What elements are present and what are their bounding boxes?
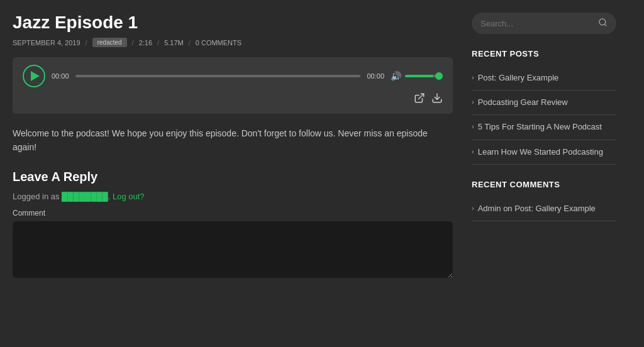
comment-label: Comment bbox=[13, 209, 453, 218]
volume-icon: 🔊 bbox=[391, 71, 401, 81]
separator-3: / bbox=[157, 39, 159, 47]
svg-line-3 bbox=[604, 24, 606, 26]
post-link: Learn How We Started Podcasting bbox=[478, 146, 603, 158]
volume-bar[interactable] bbox=[405, 75, 443, 77]
main-content: Jazz Episode 1 SEPTEMBER 4, 2019 / redac… bbox=[13, 13, 453, 280]
reply-section: Leave A Reply Logged in as ████████. Log… bbox=[13, 170, 453, 280]
volume-fill bbox=[405, 75, 433, 77]
post-link: 5 Tips For Starting A New Podcast bbox=[478, 121, 602, 133]
search-icon bbox=[598, 18, 608, 29]
search-box[interactable] bbox=[472, 13, 616, 34]
post-link: Podcasting Gear Review bbox=[478, 97, 568, 108]
list-item[interactable]: › Admin on Post: Gallery Example bbox=[472, 197, 616, 221]
separator-1: / bbox=[86, 39, 87, 47]
post-link: Post: Gallery Example bbox=[478, 72, 559, 84]
logged-in-username: ████████ bbox=[62, 192, 108, 201]
download-button[interactable] bbox=[431, 92, 443, 106]
logged-in-text: Logged in as ████████. Log out? bbox=[13, 192, 453, 201]
chevron-icon: › bbox=[472, 74, 474, 81]
list-item[interactable]: › 5 Tips For Starting A New Podcast bbox=[472, 115, 616, 140]
chevron-icon: › bbox=[472, 123, 474, 130]
time-end: 00:00 bbox=[367, 72, 384, 80]
comment-textarea[interactable] bbox=[13, 221, 453, 278]
logout-link[interactable]: Log out? bbox=[113, 192, 145, 201]
search-input[interactable] bbox=[480, 19, 598, 28]
episode-title: Jazz Episode 1 bbox=[13, 13, 453, 33]
audio-player: 00:00 00:00 🔊 bbox=[13, 57, 453, 114]
logged-in-prefix: Logged in as bbox=[13, 192, 59, 201]
list-item[interactable]: › Post: Gallery Example bbox=[472, 66, 616, 91]
svg-line-0 bbox=[419, 94, 424, 99]
reply-heading: Leave A Reply bbox=[13, 170, 453, 184]
meta-bar: SEPTEMBER 4, 2019 / redacted / 2:16 / 5.… bbox=[13, 38, 453, 47]
separator-4: / bbox=[189, 39, 191, 47]
recent-posts-list: › Post: Gallery Example › Podcasting Gea… bbox=[472, 66, 616, 165]
meta-comments: 0 COMMENTS bbox=[196, 39, 242, 47]
chevron-icon: › bbox=[472, 204, 474, 212]
meta-date: SEPTEMBER 4, 2019 bbox=[13, 39, 80, 47]
meta-filesize: 5.17M bbox=[164, 39, 184, 47]
time-start: 00:00 bbox=[52, 72, 69, 80]
volume-section: 🔊 bbox=[391, 71, 443, 81]
external-link-button[interactable] bbox=[414, 92, 425, 106]
comment-link: Admin on Post: Gallery Example bbox=[478, 203, 596, 214]
chevron-icon: › bbox=[472, 148, 474, 155]
progress-bar[interactable] bbox=[75, 75, 361, 77]
play-button[interactable] bbox=[23, 65, 45, 87]
list-item[interactable]: › Podcasting Gear Review bbox=[472, 91, 616, 115]
sidebar: RECENT POSTS › Post: Gallery Example › P… bbox=[472, 13, 616, 280]
list-item[interactable]: › Learn How We Started Podcasting bbox=[472, 140, 616, 165]
episode-description: Welcome to the podcast! We hope you enjo… bbox=[13, 126, 453, 155]
volume-knob bbox=[435, 72, 443, 80]
meta-duration: 2:16 bbox=[139, 39, 152, 47]
recent-comments-title: RECENT COMMENTS bbox=[472, 180, 616, 189]
sidebar-recent-comments: RECENT COMMENTS › Admin on Post: Gallery… bbox=[472, 180, 616, 221]
player-icons-row bbox=[23, 92, 443, 106]
sidebar-recent-posts: RECENT POSTS › Post: Gallery Example › P… bbox=[472, 49, 616, 165]
chevron-icon: › bbox=[472, 98, 474, 106]
player-controls: 00:00 00:00 🔊 bbox=[23, 65, 443, 87]
recent-comments-list: › Admin on Post: Gallery Example bbox=[472, 197, 616, 221]
recent-posts-title: RECENT POSTS bbox=[472, 49, 616, 58]
meta-tag: redacted bbox=[92, 38, 127, 47]
play-icon bbox=[31, 71, 40, 81]
separator-2: / bbox=[132, 39, 134, 47]
